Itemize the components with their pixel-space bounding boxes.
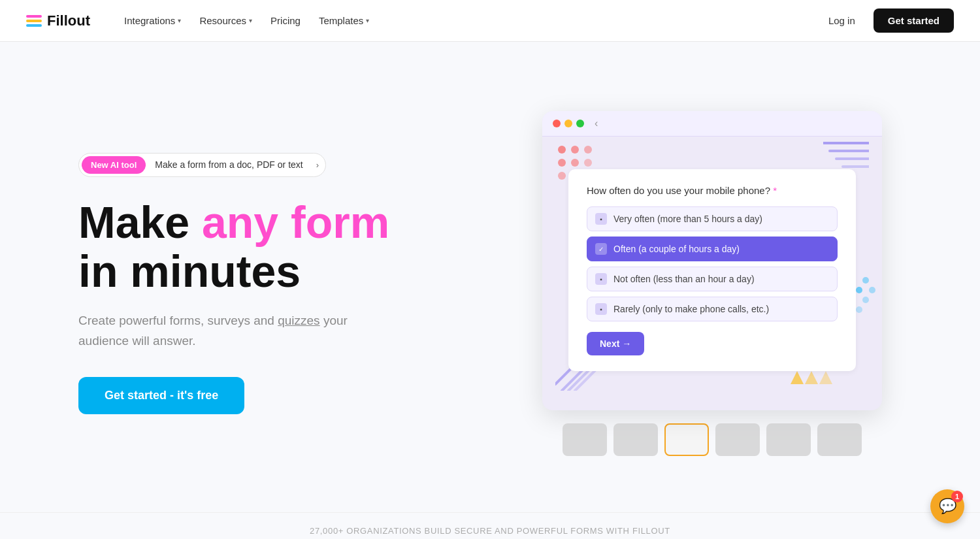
logo-text: Fillout <box>47 12 90 29</box>
ai-badge-text: Make a form from a doc, PDF or text <box>155 159 309 170</box>
nav-integrations[interactable]: Integrations ▾ <box>116 10 189 31</box>
form-question: How often do you use your mobile phone? … <box>587 185 838 196</box>
option-icon-3: ▪ <box>595 303 607 315</box>
navbar: Fillout Integrations ▾ Resources ▾ Prici… <box>0 0 980 42</box>
svg-point-29 <box>856 306 862 313</box>
svg-point-2 <box>584 146 592 154</box>
svg-point-25 <box>869 287 875 293</box>
thumb-0[interactable] <box>563 423 607 456</box>
chat-bubble[interactable]: 💬 1 <box>930 489 964 523</box>
svg-marker-18 <box>819 371 832 384</box>
thumb-3[interactable] <box>715 423 760 456</box>
browser-dot-red <box>553 120 561 127</box>
hero-title-make: Make <box>78 197 202 247</box>
form-card: How often do you use your mobile phone? … <box>568 169 856 371</box>
ai-badge-label: New AI tool <box>82 156 146 174</box>
option-icon-2: ▪ <box>595 273 607 285</box>
svg-marker-16 <box>791 371 804 384</box>
nav-actions: Log in Get started <box>821 8 954 33</box>
chevron-down-icon: ▾ <box>249 17 252 24</box>
quizzes-link[interactable]: quizzes <box>278 314 319 327</box>
nav-links: Integrations ▾ Resources ▾ Pricing Templ… <box>116 10 821 31</box>
main-content: New AI tool Make a form from a doc, PDF … <box>0 42 980 512</box>
nav-templates[interactable]: Templates ▾ <box>311 10 377 31</box>
form-option-2[interactable]: ▪ Not often (less than an hour a day) <box>587 267 838 291</box>
browser-back-icon[interactable]: ‹ <box>595 118 598 129</box>
thumbnail-strip <box>563 423 862 456</box>
svg-point-24 <box>856 287 862 293</box>
footer-text: 27,000+ organizations build secure and p… <box>310 526 670 536</box>
chat-badge: 1 <box>951 491 963 502</box>
nav-resources[interactable]: Resources ▾ <box>191 10 260 31</box>
thumb-4[interactable] <box>766 423 811 456</box>
svg-marker-17 <box>805 371 818 384</box>
logo-bar-yellow <box>26 20 42 22</box>
ai-badge[interactable]: New AI tool Make a form from a doc, PDF … <box>78 153 326 177</box>
svg-point-1 <box>571 146 579 154</box>
browser-content: How often do you use your mobile phone? … <box>542 137 882 410</box>
chevron-down-icon: ▾ <box>366 17 369 24</box>
logo-icon <box>26 15 42 27</box>
svg-point-6 <box>558 172 566 180</box>
thumb-5[interactable] <box>817 423 862 456</box>
arrow-icon: › <box>316 160 325 170</box>
option-icon-1: ✓ <box>595 243 607 255</box>
form-option-1[interactable]: ✓ Often (a couple of hours a day) <box>587 237 838 261</box>
form-option-0[interactable]: ▪ Very often (more than 5 hours a day) <box>587 206 838 231</box>
svg-point-5 <box>584 159 592 167</box>
get-started-nav-button[interactable]: Get started <box>874 8 954 33</box>
logo-bar-pink <box>26 15 42 18</box>
chevron-down-icon: ▾ <box>178 17 181 24</box>
thumb-2[interactable] <box>664 423 709 456</box>
next-button[interactable]: Next → <box>587 332 644 355</box>
svg-point-4 <box>571 159 579 167</box>
browser-dot-green <box>576 120 584 127</box>
required-marker: * <box>773 185 777 196</box>
footer-bar: 27,000+ organizations build secure and p… <box>0 512 980 539</box>
option-icon-0: ▪ <box>595 213 607 225</box>
logo[interactable]: Fillout <box>26 12 90 29</box>
svg-point-3 <box>558 159 566 167</box>
hero-cta-button[interactable]: Get started - it's free <box>78 377 244 414</box>
hero-subtitle: Create powerful forms, surveys and quizz… <box>78 311 379 351</box>
thumb-1[interactable] <box>613 423 658 456</box>
form-preview-mockup: ‹ <box>542 111 882 410</box>
nav-pricing[interactable]: Pricing <box>263 10 308 31</box>
hero-right: ‹ <box>497 111 928 456</box>
login-button[interactable]: Log in <box>821 10 863 31</box>
hero-left: New AI tool Make a form from a doc, PDF … <box>78 153 457 414</box>
form-option-3[interactable]: ▪ Rarely (only to make phone calls, etc.… <box>587 297 838 321</box>
browser-bar: ‹ <box>542 111 882 137</box>
hero-title: Make any formin minutes <box>78 198 457 296</box>
svg-point-0 <box>558 146 566 154</box>
browser-dot-yellow <box>564 120 572 127</box>
svg-point-22 <box>862 277 869 284</box>
svg-point-27 <box>862 297 869 303</box>
logo-bar-blue <box>26 24 42 27</box>
hero-title-minutes: in minutes <box>78 246 301 296</box>
hero-title-accent: any form <box>202 197 389 247</box>
